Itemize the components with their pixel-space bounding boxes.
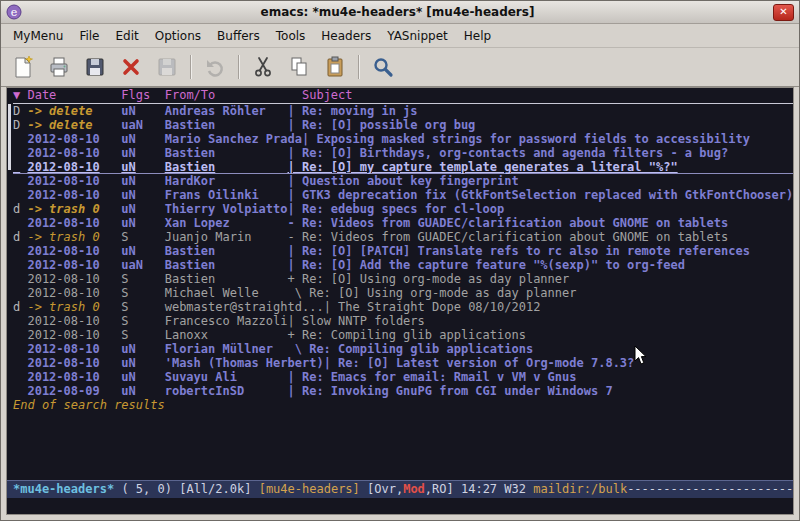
cell-from: Bastien — [165, 118, 288, 132]
undo-icon — [203, 55, 227, 79]
message-row[interactable]: 2012-08-10uNSuvayu Ali| Re: Emacs for em… — [13, 370, 793, 384]
cell-mark: d — [13, 300, 27, 314]
save-icon — [83, 55, 107, 79]
cell-from: Juanjo Marin — [165, 230, 288, 244]
menu-item-yasnippet[interactable]: YASnippet — [379, 26, 456, 46]
paste-button[interactable] — [317, 51, 353, 83]
message-row[interactable]: D-> deleteuaNBastien| Re: [O] possible o… — [13, 118, 793, 132]
menu-item-edit[interactable]: Edit — [108, 26, 147, 46]
cell-date: -> trash 0 — [27, 202, 121, 216]
cell-mark — [13, 342, 27, 356]
cell-mark — [13, 314, 27, 328]
modeline-segment: -------------------------- — [627, 482, 793, 496]
undo-button[interactable] — [197, 51, 233, 83]
cell-subject: | Exposing masked strings for password f… — [302, 132, 750, 146]
cell-mark — [13, 244, 27, 258]
menu-item-help[interactable]: Help — [456, 26, 499, 46]
cell-subject: | Re: moving in js — [288, 104, 418, 118]
window-body: ▼ Date Flgs From/To Subject D-> deleteuN… — [6, 87, 794, 515]
message-row[interactable]: 2012-08-10SFrancesco Mazzoli| Slow NNTP … — [13, 314, 793, 328]
message-row[interactable]: 2012-08-10uNBastien| Re: [O] my capture … — [13, 160, 793, 174]
cell-flags: uN — [121, 160, 164, 174]
message-row[interactable]: d-> trash 0SJuanjo Marin- Re: Videos fro… — [13, 230, 793, 244]
menu-item-headers[interactable]: Headers — [313, 26, 379, 46]
open-file-button[interactable] — [41, 51, 77, 83]
cell-mark — [13, 258, 27, 272]
kill-buffer-button[interactable] — [113, 51, 149, 83]
message-row[interactable]: 2012-08-10uaNBastien| Re: [O] Add the ca… — [13, 258, 793, 272]
toolbar — [1, 47, 799, 87]
cell-date: 2012-08-10 — [27, 160, 121, 174]
copy-button[interactable] — [281, 51, 317, 83]
cell-from: HardKor — [165, 174, 288, 188]
message-row[interactable]: 2012-08-10uN'Mash (Thomas Herbert)| Re: … — [13, 356, 793, 370]
emacs-icon: e — [6, 4, 22, 20]
cell-subject: | Re: [O] Birthdays, org-contacts and ag… — [288, 146, 729, 160]
message-row[interactable]: 2012-08-10uNHardKor| Question about key … — [13, 174, 793, 188]
cell-date: -> delete — [27, 118, 121, 132]
column-from[interactable]: From/To — [165, 88, 288, 102]
cell-subject: | Re: Invoking GnuPG from CGI under Wind… — [288, 384, 613, 398]
cell-date: 2012-08-10 — [27, 370, 121, 384]
column-date[interactable]: ▼ Date — [13, 88, 121, 102]
cell-date: -> delete — [27, 104, 121, 118]
cell-mark — [13, 272, 27, 286]
menu-item-tools[interactable]: Tools — [268, 26, 314, 46]
message-row[interactable]: 2012-08-10uNXan Lopez- Re: Videos from G… — [13, 216, 793, 230]
column-flags[interactable]: Flgs — [121, 88, 164, 102]
message-row[interactable]: 2012-08-10uNBastien| Re: [O] Birthdays, … — [13, 146, 793, 160]
close-button[interactable]: ✕ — [773, 4, 794, 21]
message-row[interactable]: 2012-08-10SLanoxx+ Re: Compiling glib ap… — [13, 328, 793, 342]
menu-item-buffers[interactable]: Buffers — [209, 26, 268, 46]
menu-item-mymenu[interactable]: MyMenu — [5, 26, 71, 46]
message-row[interactable]: 2012-08-09uNrobertcInSD| Re: Invoking Gn… — [13, 384, 793, 398]
modeline-segment: 14:27 W32 — [461, 482, 533, 496]
message-row[interactable]: 2012-08-10uNMario Sanchez Prada| Exposin… — [13, 132, 793, 146]
scrollbar-thumb[interactable] — [8, 104, 11, 170]
message-row[interactable]: 2012-08-10SMichael Welle \ Re: [O] Using… — [13, 286, 793, 300]
new-file-button[interactable] — [5, 51, 41, 83]
toolbar-separator — [190, 55, 192, 79]
column-subject[interactable]: Subject — [288, 88, 353, 102]
cell-from: Lanoxx — [165, 328, 288, 342]
titlebar[interactable]: e emacs: *mu4e-headers* [mu4e-headers] ✕ — [1, 1, 799, 24]
new-file-icon — [11, 55, 35, 79]
cut-button[interactable] — [245, 51, 281, 83]
write-file-button[interactable] — [149, 51, 185, 83]
cell-flags: uN — [121, 188, 164, 202]
message-row[interactable]: d-> trash 0Swebmaster@straightd...| The … — [13, 300, 793, 314]
cell-flags: S — [121, 230, 164, 244]
cell-date: 2012-08-09 — [27, 384, 121, 398]
cell-mark — [13, 188, 27, 202]
cell-subject: | Re: [O] Add the capture feature "%(sex… — [288, 258, 685, 272]
modeline[interactable]: *mu4e-headers* ( 5, 0) [All/2.0k] [mu4e-… — [7, 480, 793, 498]
message-row[interactable]: 2012-08-10uNFlorian Müllner \ Re: Compil… — [13, 342, 793, 356]
message-row[interactable]: D-> deleteuNAndreas Röhler| Re: moving i… — [13, 104, 793, 118]
message-row[interactable]: d-> trash 0uNThierry Volpiatto| Re: edeb… — [13, 202, 793, 216]
search-button[interactable] — [365, 51, 401, 83]
cell-subject: | Slow NNTP folders — [288, 314, 425, 328]
cell-flags: uN — [121, 174, 164, 188]
cell-flags: uN — [121, 104, 164, 118]
copy-icon — [287, 55, 311, 79]
message-row[interactable]: 2012-08-10uNFrans Oilinki| GTK3 deprecat… — [13, 188, 793, 202]
cell-from: 'Mash (Thomas Herbert) — [165, 356, 324, 370]
cell-flags: S — [121, 314, 164, 328]
cell-date: -> trash 0 — [27, 230, 121, 244]
cell-from: Bastien — [165, 146, 288, 160]
save-buffer-button[interactable] — [77, 51, 113, 83]
cell-subject: | Re: Emacs for email: Rmail v VM v Gnus — [288, 370, 577, 384]
menu-item-options[interactable]: Options — [147, 26, 209, 46]
minibuffer[interactable] — [7, 498, 793, 514]
message-row[interactable]: 2012-08-10SBastien+ Re: [O] Using org-mo… — [13, 272, 793, 286]
cell-mark: D — [13, 118, 27, 132]
cell-date: -> trash 0 — [27, 300, 121, 314]
cell-date: 2012-08-10 — [27, 286, 121, 300]
menu-item-file[interactable]: File — [71, 26, 107, 46]
cell-date: 2012-08-10 — [27, 272, 121, 286]
cell-from: Mario Sanchez Prada — [165, 132, 302, 146]
message-row[interactable]: 2012-08-10uNBastien| Re: [O] [PATCH] Tra… — [13, 244, 793, 258]
cell-from: Thierry Volpiatto — [165, 202, 288, 216]
close-buffer-icon — [119, 55, 143, 79]
cell-date: 2012-08-10 — [27, 216, 121, 230]
